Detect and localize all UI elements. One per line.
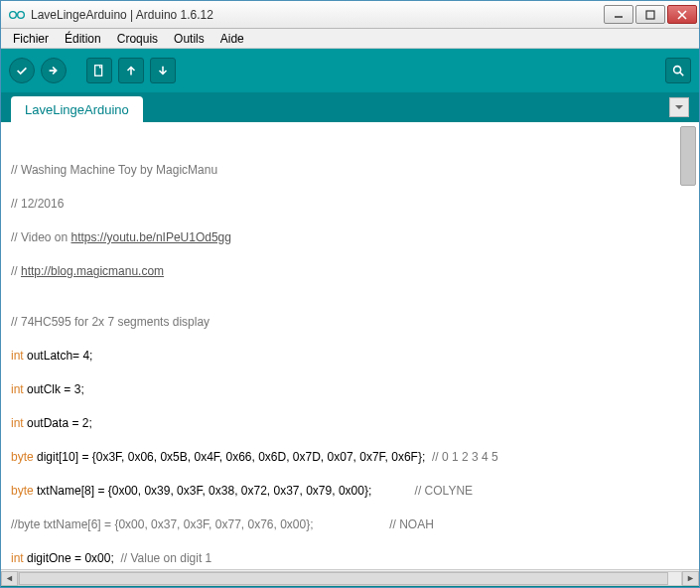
close-button[interactable] <box>667 5 697 24</box>
tabbar: LaveLingeArduino <box>1 92 699 122</box>
code-comment: // 0 1 2 3 4 5 <box>432 450 498 464</box>
titlebar: LaveLingeArduino | Arduino 1.6.12 <box>1 1 699 29</box>
code-comment: // COLYNE <box>415 484 473 498</box>
menu-edit[interactable]: Édition <box>57 30 109 48</box>
svg-rect-3 <box>646 11 654 19</box>
code-link[interactable]: http://blog.magicmanu.com <box>21 264 164 278</box>
arduino-icon <box>9 7 25 23</box>
code-type: byte <box>11 450 34 464</box>
code-text: outClk = 3; <box>24 382 84 396</box>
code-text: outLatch= 4; <box>24 349 93 363</box>
code-comment: // 74HC595 for 2x 7 segments display <box>11 315 210 329</box>
tab-main[interactable]: LaveLingeArduino <box>11 96 143 122</box>
scroll-left-icon[interactable]: ◄ <box>1 571 18 586</box>
horizontal-scrollbar[interactable]: ◄ ► <box>1 569 699 586</box>
menubar: Fichier Édition Croquis Outils Aide <box>1 29 699 49</box>
menu-file[interactable]: Fichier <box>5 30 57 48</box>
menu-help[interactable]: Aide <box>212 30 252 48</box>
code-comment: // Washing Machine Toy by MagicManu <box>11 163 217 177</box>
code-type: int <box>11 382 24 396</box>
code-text: digitOne = 0x00; <box>24 551 121 565</box>
toolbar <box>1 49 699 92</box>
new-button[interactable] <box>86 58 112 83</box>
menu-tools[interactable]: Outils <box>166 30 212 48</box>
svg-point-7 <box>674 67 681 74</box>
code-type: int <box>11 349 24 363</box>
save-button[interactable] <box>150 58 176 83</box>
code-text: txtName[8] = {0x00, 0x39, 0x3F, 0x38, 0x… <box>34 484 415 498</box>
scroll-thumb[interactable] <box>19 572 668 585</box>
code-comment: // <box>11 264 21 278</box>
upload-button[interactable] <box>41 58 67 83</box>
code-comment: //byte txtName[6] = {0x00, 0x37, 0x3F, 0… <box>11 517 434 531</box>
svg-point-1 <box>18 11 25 18</box>
code-type: int <box>11 416 24 430</box>
code-comment: // Value on digit 1 <box>120 551 211 565</box>
scroll-track[interactable] <box>18 571 682 586</box>
vertical-scrollbar-thumb[interactable] <box>680 126 696 186</box>
code-comment: // 12/2016 <box>11 197 64 211</box>
menu-sketch[interactable]: Croquis <box>109 30 166 48</box>
verify-button[interactable] <box>9 58 35 83</box>
code-text: outData = 2; <box>24 416 92 430</box>
code-editor[interactable]: // Washing Machine Toy by MagicManu // 1… <box>1 122 699 569</box>
maximize-button[interactable] <box>635 5 665 24</box>
code-type: int <box>11 551 24 565</box>
window-title: LaveLingeArduino | Arduino 1.6.12 <box>31 8 602 22</box>
open-button[interactable] <box>118 58 144 83</box>
scroll-right-icon[interactable]: ► <box>682 571 699 586</box>
code-comment: // Video on <box>11 230 71 244</box>
code-text: digit[10] = {0x3F, 0x06, 0x5B, 0x4F, 0x6… <box>34 450 432 464</box>
svg-point-0 <box>10 11 17 18</box>
serial-monitor-button[interactable] <box>665 58 691 83</box>
minimize-button[interactable] <box>604 5 633 24</box>
svg-line-8 <box>680 73 684 76</box>
tab-menu-button[interactable] <box>669 97 689 117</box>
code-link[interactable]: https://youtu.be/nIPeU1Od5gg <box>71 230 231 244</box>
code-type: byte <box>11 484 34 498</box>
